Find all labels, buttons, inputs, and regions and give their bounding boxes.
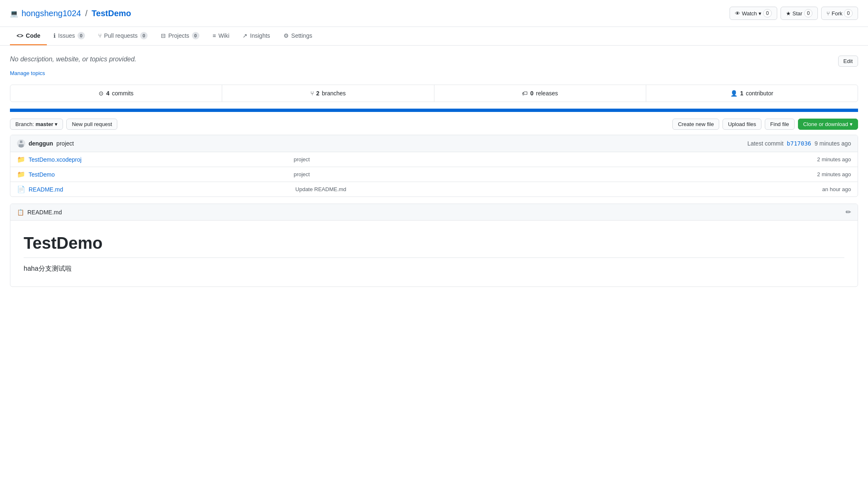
pr-icon: ⑂ [98,32,102,39]
contributors-stat[interactable]: 👤 1 contributor [646,85,858,102]
fork-icon: ⑂ [827,10,830,17]
manage-topics-link[interactable]: Manage topics [10,70,858,76]
branch-chevron-icon: ▾ [55,121,58,127]
fork-button[interactable]: ⑂ Fork 0 [821,7,858,20]
readme-title-text: README.md [27,209,62,216]
branch-selector[interactable]: Branch: master ▾ [10,119,63,130]
file-table: denggun project Latest commit b717036 9 … [10,135,858,197]
pr-count: 0 [140,32,148,39]
branch-prefix: Branch: [15,121,34,127]
tab-settings[interactable]: ⚙ Settings [277,27,319,45]
avatar-svg [17,139,25,148]
nav-tabs: <> Code ℹ Issues 0 ⑂ Pull requests 0 ⊟ P… [0,27,868,46]
stats-bar: ⊙ 4 commits ⑂ 2 branches 🏷 0 releases 👤 … [10,85,858,102]
commit-meta: Latest commit b717036 9 minutes ago [747,140,851,147]
find-file-button[interactable]: Find file [765,119,795,130]
readme-header: 📋 README.md ✏ [10,204,858,221]
wiki-icon: ≡ [213,32,216,39]
issues-icon: ℹ [53,32,56,39]
watch-count: 0 [763,9,772,17]
settings-icon: ⚙ [284,32,289,39]
tab-issues[interactable]: ℹ Issues 0 [47,27,92,45]
insights-icon: ↗ [242,32,247,39]
main-content: No description, website, or topics provi… [0,46,868,297]
readme-edit-icon[interactable]: ✏ [846,208,851,216]
code-icon: <> [17,32,23,39]
file-time: an hour ago [822,186,851,192]
file-time: 2 minutes ago [817,156,851,163]
watch-button[interactable]: 👁 Watch ▾ 0 [730,7,777,20]
commit-author-avatar [17,139,25,148]
repo-icon: 💻 [10,10,18,17]
readme-icon: 📋 [17,209,24,216]
fork-label: Fork [832,10,842,17]
star-button[interactable]: ★ Star 0 [781,7,818,20]
releases-label: releases [536,90,558,97]
branch-right: Create new file Upload files Find file C… [672,119,858,130]
file-name-link[interactable]: README.md [29,186,289,193]
contributors-label: contributor [746,90,773,97]
file-name-link[interactable]: TestDemo [29,171,287,178]
repo-description: No description, website, or topics provi… [10,56,858,67]
watch-icon: 👁 [735,10,740,17]
upload-files-button[interactable]: Upload files [723,119,761,130]
language-progress-bar [10,109,858,112]
star-label: Star [793,10,803,17]
commits-stat[interactable]: ⊙ 4 commits [10,85,222,102]
readme-heading: TestDemo [24,234,844,258]
new-pull-request-button[interactable]: New pull request [66,119,117,130]
repo-name-link[interactable]: TestDemo [92,9,131,18]
releases-stat[interactable]: 🏷 0 releases [434,85,646,102]
folder-icon: 📁 [17,170,25,178]
commit-author[interactable]: denggun [29,140,53,147]
releases-count: 0 [530,90,533,97]
create-new-file-button[interactable]: Create new file [672,119,719,130]
readme-paragraph: haha分支测试啦 [24,265,844,273]
tab-pull-requests[interactable]: ⑂ Pull requests 0 [92,27,154,45]
branches-stat[interactable]: ⑂ 2 branches [222,85,434,102]
commits-icon: ⊙ [99,90,104,97]
readme-body: TestDemo haha分支测试啦 [10,221,858,286]
latest-commit-info: denggun project [17,139,74,148]
tab-projects[interactable]: ⊟ Projects 0 [154,27,206,45]
edit-button[interactable]: Edit [838,56,858,67]
tab-issues-label: Issues [58,32,75,39]
tab-projects-label: Projects [168,32,189,39]
file-icon: 📄 [17,185,25,193]
repo-owner-link[interactable]: hongsheng1024 [22,9,81,18]
folder-icon: 📁 [17,155,25,163]
tab-pr-label: Pull requests [104,32,138,39]
tab-settings-label: Settings [291,32,313,39]
file-commit-message: project [287,156,817,163]
commit-message: project [56,140,74,147]
readme-section: 📋 README.md ✏ TestDemo haha分支测试啦 [10,204,858,287]
table-row: 📄 README.md Update README.md an hour ago [10,182,858,197]
commits-label: commits [112,90,133,97]
file-name-link[interactable]: TestDemo.xcodeproj [29,156,287,163]
watch-dropdown-icon: ▾ [759,10,761,17]
file-time: 2 minutes ago [817,171,851,177]
tab-wiki-label: Wiki [218,32,229,39]
clone-label: Clone or download [803,121,848,127]
file-table-header: denggun project Latest commit b717036 9 … [10,135,858,152]
clone-chevron-icon: ▾ [850,121,853,127]
table-row: 📁 TestDemo project 2 minutes ago [10,167,858,182]
clone-or-download-button[interactable]: Clone or download ▾ [798,119,858,130]
branches-icon: ⑂ [310,90,314,97]
tab-code[interactable]: <> Code [10,27,47,45]
svg-rect-2 [19,144,24,148]
table-row: 📁 TestDemo.xcodeproj project 2 minutes a… [10,152,858,167]
tab-wiki[interactable]: ≡ Wiki [206,27,236,45]
repo-separator: / [85,9,87,18]
star-count: 0 [804,9,813,17]
commit-hash-link[interactable]: b717036 [787,140,811,147]
issues-count: 0 [78,32,85,39]
projects-icon: ⊟ [161,32,166,39]
file-commit-message: project [287,171,817,177]
repo-header: 💻 hongsheng1024 / TestDemo 👁 Watch ▾ 0 ★… [0,0,868,27]
branches-count: 2 [316,90,320,97]
repo-actions: 👁 Watch ▾ 0 ★ Star 0 ⑂ Fork 0 [730,7,858,20]
tab-code-label: Code [26,32,40,39]
repo-title: 💻 hongsheng1024 / TestDemo [10,9,131,18]
tab-insights[interactable]: ↗ Insights [236,27,276,45]
